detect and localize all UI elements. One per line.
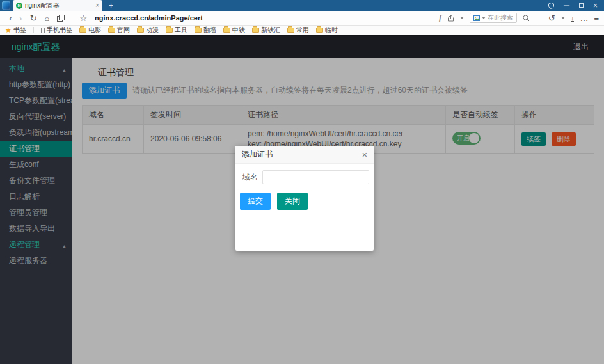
- browser-toolbar: ‹ › ↻ ⌂ ☆ nginx.craccd.cn/adminPage/cert…: [0, 11, 604, 26]
- bookmarks-star-button[interactable]: ★ 书签: [5, 26, 26, 35]
- search-placeholder: 在此搜索: [488, 13, 513, 22]
- bookmark-label: 电影: [88, 26, 101, 35]
- bookmark-folder[interactable]: 中铁: [223, 26, 245, 35]
- modal-body: 域名 提交 关闭: [235, 164, 374, 210]
- modal-title: 添加证书: [242, 149, 273, 160]
- bookmark-label: 翻墙: [203, 26, 216, 35]
- new-tab-button[interactable]: +: [109, 1, 113, 10]
- toolbar-divider: [72, 14, 72, 22]
- nginx-webui-page: nginx配置器 退出 本地▲ http参数配置(http) TCP参数配置(s…: [0, 36, 604, 364]
- undo-icon[interactable]: ↺: [548, 14, 555, 22]
- restore-button[interactable]: [579, 3, 584, 8]
- bookmark-folder[interactable]: 新铁汇: [252, 26, 280, 35]
- folder-icon: [195, 28, 202, 33]
- folder-icon: [108, 28, 115, 33]
- download-icon[interactable]: ↓: [571, 15, 575, 22]
- bookmark-label: 中铁: [232, 26, 245, 35]
- bookmarks-label: 书签: [13, 26, 26, 35]
- bookmark-label: 官网: [117, 26, 130, 35]
- cancel-button[interactable]: 关闭: [277, 193, 308, 210]
- window-controls: — ×: [548, 3, 604, 9]
- bookmark-label: 动漫: [146, 26, 159, 35]
- image-search-icon: [473, 15, 480, 21]
- close-icon[interactable]: ×: [362, 150, 367, 159]
- shield-icon[interactable]: [548, 3, 554, 9]
- phone-icon: [41, 28, 45, 33]
- toolbar-right-cluster: f 在此搜索 ↺ ↓ … ≡: [439, 13, 599, 23]
- bookmark-folder[interactable]: 动漫: [137, 26, 159, 35]
- bookmark-folder[interactable]: 临时: [316, 26, 338, 35]
- submit-button[interactable]: 提交: [240, 193, 271, 210]
- browser-titlebar: N nginx配置器 × + — ×: [0, 0, 604, 11]
- page-search-box[interactable]: 在此搜索: [470, 13, 517, 23]
- domain-input[interactable]: [262, 170, 369, 184]
- bookmark-folder[interactable]: 翻墙: [195, 26, 216, 35]
- magnifier-icon[interactable]: [523, 15, 530, 22]
- add-cert-modal: 添加证书 × 域名 提交 关闭: [235, 146, 374, 251]
- chevron-down-icon[interactable]: [460, 17, 464, 19]
- star-icon: ★: [5, 27, 12, 34]
- folder-icon: [79, 28, 86, 33]
- domain-form-row: 域名: [240, 170, 369, 184]
- bookmark-label: 临时: [325, 26, 338, 35]
- modal-header: 添加证书 ×: [235, 146, 374, 164]
- bookmark-folder[interactable]: 工具: [166, 26, 187, 35]
- modal-buttons: 提交 关闭: [240, 193, 369, 210]
- screen: N nginx配置器 × + — × ‹ › ↻ ⌂ ☆ nginx.cracc…: [0, 0, 604, 364]
- folder-icon: [252, 28, 259, 33]
- close-window-button[interactable]: ×: [593, 3, 598, 9]
- refresh-icon[interactable]: ↻: [30, 14, 37, 22]
- plugin-icon[interactable]: f: [439, 13, 441, 23]
- back-icon[interactable]: ‹: [9, 14, 12, 22]
- bookmarks-divider: [33, 27, 34, 33]
- reading-mode-icon[interactable]: [57, 15, 65, 22]
- chevron-down-icon[interactable]: [561, 17, 565, 19]
- bookmark-folder[interactable]: 官网: [108, 26, 130, 35]
- home-icon[interactable]: ⌂: [45, 14, 50, 22]
- bookmark-label: 手机书签: [47, 26, 72, 35]
- share-icon[interactable]: [447, 15, 454, 22]
- bookmark-folder[interactable]: 电影: [79, 26, 101, 35]
- folder-icon: [316, 28, 323, 33]
- domain-field-label: 域名: [240, 172, 262, 183]
- browser-tab[interactable]: N nginx配置器 ×: [13, 0, 102, 11]
- folder-icon: [223, 28, 230, 33]
- tab-close-icon[interactable]: ×: [95, 2, 99, 9]
- bookmark-label: 工具: [175, 26, 187, 35]
- more-icon[interactable]: …: [580, 14, 588, 22]
- folder-icon: [166, 28, 173, 33]
- folder-icon: [287, 28, 294, 33]
- address-bar-url[interactable]: nginx.craccd.cn/adminPage/cert: [95, 14, 203, 22]
- browser-logo-icon: [2, 1, 10, 10]
- bookmark-label: 常用: [296, 26, 309, 35]
- toolbar-divider: [539, 14, 539, 22]
- favorite-star-icon[interactable]: ☆: [79, 14, 87, 22]
- bookmark-label: 新铁汇: [261, 26, 280, 35]
- forward-icon[interactable]: ›: [19, 14, 22, 22]
- chevron-down-icon[interactable]: [482, 17, 486, 19]
- bookmark-folder[interactable]: 常用: [287, 26, 309, 35]
- tab-favicon-icon: N: [16, 3, 22, 9]
- folder-icon: [137, 28, 144, 33]
- menu-icon[interactable]: ≡: [594, 14, 599, 22]
- bookmarks-bar: ★ 书签 手机书签 电影 官网 动漫 工具 翻墙 中铁 新铁汇 常用 临时: [0, 26, 604, 35]
- tab-title: nginx配置器: [25, 1, 93, 10]
- bookmark-mobile[interactable]: 手机书签: [41, 26, 72, 35]
- minimize-button[interactable]: —: [564, 3, 569, 8]
